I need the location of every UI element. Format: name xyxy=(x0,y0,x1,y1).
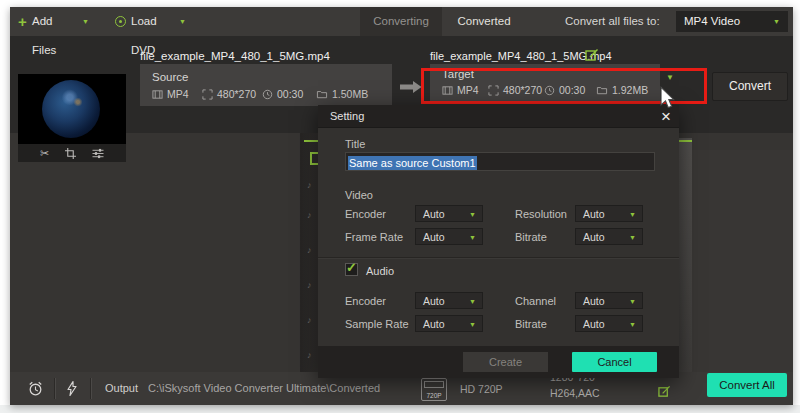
output-path-value[interactable]: C:\iSkysoft Video Converter Ultimate\Con… xyxy=(148,382,420,394)
audio-bitrate-dropdown[interactable]: Auto▼ xyxy=(575,315,643,332)
section-divider xyxy=(318,257,679,258)
video-thumbnail xyxy=(18,74,126,144)
chevron-down-icon: ▼ xyxy=(629,317,636,332)
audio-bitrate-label: Bitrate xyxy=(515,318,547,330)
audio-samplerate-label: Sample Rate xyxy=(345,318,409,330)
mouse-cursor xyxy=(660,86,678,112)
chevron-down-icon: ▼ xyxy=(469,294,476,309)
background-quality-label: HD 720P xyxy=(460,383,503,395)
load-dvd-label: Load DVD xyxy=(131,7,157,65)
background-popup-pane xyxy=(692,150,793,372)
schedule-alarm-icon[interactable] xyxy=(27,380,44,397)
chevron-down-icon: ▼ xyxy=(773,11,780,32)
disc-icon xyxy=(115,16,126,27)
background-scrollbar[interactable] xyxy=(679,138,692,372)
clock-icon xyxy=(262,89,273,100)
badge-film-strip xyxy=(424,381,444,388)
convert-all-button[interactable]: Convert All xyxy=(707,373,787,397)
source-resolution: 480*270 xyxy=(202,88,256,100)
source-file-name: file_example_MP4_480_1_5MG.mp4 xyxy=(140,50,330,62)
note-icon: ♪ xyxy=(307,350,312,360)
note-icon: ♪ xyxy=(307,315,312,325)
trim-scissors-icon[interactable]: ✂ xyxy=(40,147,49,160)
chevron-down-icon: ▼ xyxy=(469,207,476,222)
chevron-down-icon: ▼ xyxy=(469,230,476,245)
chevron-down-icon: ▼ xyxy=(629,207,636,222)
video-framerate-dropdown[interactable]: Auto▼ xyxy=(415,228,483,245)
crop-icon[interactable] xyxy=(65,148,76,159)
effects-sliders-icon[interactable] xyxy=(92,148,104,159)
audio-samplerate-dropdown[interactable]: Auto▼ xyxy=(415,315,483,332)
title-input-selected-text: Same as source Custom1 xyxy=(348,156,477,170)
create-button[interactable]: Create xyxy=(463,352,548,372)
video-resolution-label: Resolution xyxy=(515,208,567,220)
source-info-panel: Source MP4 480*270 00:30 1.50MB xyxy=(140,64,392,106)
video-section-label: Video xyxy=(345,189,373,201)
cancel-button[interactable]: Cancel xyxy=(572,352,657,372)
dialog-titlebar: Setting × xyxy=(318,105,679,128)
video-bitrate-label: Bitrate xyxy=(515,231,547,243)
convert-button[interactable]: Convert xyxy=(712,72,788,101)
desktop-background: + Add Files ▼ Load DVD ▼ Converting Conv… xyxy=(0,0,800,413)
video-resolution-dropdown[interactable]: Auto▼ xyxy=(575,205,643,222)
folder-icon xyxy=(316,89,328,100)
audio-encoder-label: Encoder xyxy=(345,295,386,307)
title-field-label: Title xyxy=(345,138,365,150)
tab-converting[interactable]: Converting xyxy=(360,7,442,36)
note-icon: ♪ xyxy=(307,245,312,255)
divider xyxy=(90,378,91,399)
film-icon xyxy=(152,89,163,100)
audio-section-label: Audio xyxy=(366,265,394,277)
convert-all-files-to-label: Convert all files to: xyxy=(565,7,660,36)
rename-edit-icon[interactable] xyxy=(585,48,599,62)
background-codecs-label: H264,AAC xyxy=(550,387,600,399)
earth-thumbnail-image xyxy=(42,80,100,138)
chevron-down-icon[interactable]: ▼ xyxy=(179,7,186,36)
output-label: Output xyxy=(105,382,138,394)
dialog-title: Setting xyxy=(330,110,364,122)
green-indicator-line xyxy=(304,140,318,142)
video-encoder-dropdown[interactable]: Auto▼ xyxy=(415,205,483,222)
video-bitrate-dropdown[interactable]: Auto▼ xyxy=(575,228,643,245)
audio-channel-label: Channel xyxy=(515,295,556,307)
source-size: 1.50MB xyxy=(316,88,368,100)
divider xyxy=(54,378,55,399)
green-indicator-line xyxy=(679,140,692,142)
top-toolbar: + Add Files ▼ Load DVD ▼ Converting Conv… xyxy=(10,7,793,36)
chevron-down-icon: ▼ xyxy=(469,317,476,332)
source-duration: 00:30 xyxy=(262,88,303,100)
chevron-down-icon: ▼ xyxy=(629,294,636,309)
source-label: Source xyxy=(152,71,188,83)
chevron-down-icon[interactable]: ▼ xyxy=(82,7,89,36)
arrow-right-icon xyxy=(400,80,422,94)
background-edit-icon xyxy=(658,385,671,398)
chevron-down-icon: ▼ xyxy=(629,230,636,245)
audio-channel-dropdown[interactable]: Auto▼ xyxy=(575,292,643,309)
check-icon: ✓ xyxy=(346,260,357,275)
background-popup-edge: ♪ ♪ ♪ ♪ ♪ ♪ xyxy=(300,133,318,372)
partial-format-icon xyxy=(310,152,318,165)
high-speed-bolt-icon[interactable] xyxy=(66,380,78,397)
add-files-label: Add Files xyxy=(32,7,56,65)
note-icon: ♪ xyxy=(307,210,312,220)
tab-converted[interactable]: Converted xyxy=(442,7,526,36)
audio-encoder-dropdown[interactable]: Auto▼ xyxy=(415,292,483,309)
output-format-value: MP4 Video xyxy=(684,11,740,32)
note-icon: ♪ xyxy=(307,180,312,190)
plus-icon: + xyxy=(18,7,27,36)
note-icon: ♪ xyxy=(307,280,312,290)
video-encoder-label: Encoder xyxy=(345,208,386,220)
dialog-footer: Create Cancel xyxy=(318,346,679,378)
hd-720p-badge-icon: 720P xyxy=(421,378,447,401)
resize-icon xyxy=(202,89,213,100)
title-input[interactable]: Same as source Custom1 xyxy=(345,152,655,171)
app-window: + Add Files ▼ Load DVD ▼ Converting Conv… xyxy=(10,7,793,405)
setting-dialog: Setting × Title Same as source Custom1 V… xyxy=(318,105,679,378)
source-format: MP4 xyxy=(152,88,189,100)
video-framerate-label: Frame Rate xyxy=(345,231,403,243)
output-format-dropdown[interactable]: MP4 Video ▼ xyxy=(676,11,788,32)
audio-checkbox[interactable]: ✓ xyxy=(345,263,358,276)
clip-toolbar: ✂ xyxy=(18,144,126,162)
